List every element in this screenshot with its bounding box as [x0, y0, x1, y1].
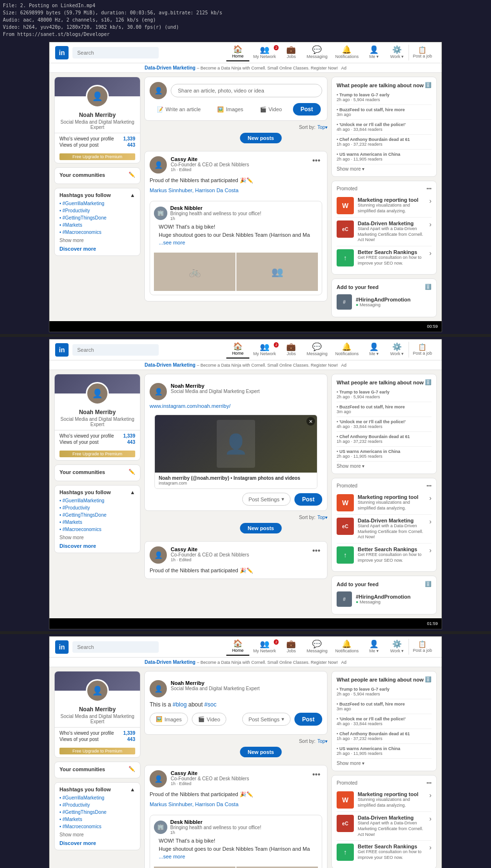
hashtag-item-2c[interactable]: • #GettingThingsDone — [59, 511, 135, 519]
nav-work-2[interactable]: ⚙️ Work ▾ — [386, 341, 409, 358]
post-more-button-3[interactable]: ••• — [310, 770, 322, 779]
hashtag-item[interactable]: • #GettingThingsDone — [59, 214, 135, 221]
trending-item-2b[interactable]: • BuzzFeed to cut staff, hire more 3m ag… — [337, 402, 432, 417]
search-input-3[interactable] — [72, 641, 159, 653]
profile-name[interactable]: Noah Merriby — [55, 111, 140, 119]
nav-notifications[interactable]: 🔔 Notifications — [331, 44, 362, 61]
nav-work-3[interactable]: ⚙️ Work ▾ — [386, 638, 409, 655]
hashtag-item-2b[interactable]: • #Productivity — [59, 504, 135, 511]
sort-chevron[interactable]: ▾ — [325, 125, 327, 130]
trending-item-3a[interactable]: • Trump to leave G-7 early 2h ago · 5,90… — [337, 684, 432, 699]
hashtags-expand-icon-2[interactable]: ▲ — [130, 489, 135, 495]
hashtag-item-2e[interactable]: • #Macroeconomics — [59, 526, 135, 533]
nav-messaging[interactable]: 💬 Messaging — [303, 44, 331, 61]
sort-chevron-2[interactable]: ▾ — [325, 515, 327, 520]
ad-link[interactable]: Data-Driven Marketing – Become a Data Ni… — [145, 65, 339, 70]
trending-item-3d[interactable]: • Chef Anthony Bourdain dead at 61 1h ag… — [337, 729, 432, 744]
show-more-2[interactable]: Show more — [59, 535, 135, 540]
profile-name-3[interactable]: Noah Merriby — [55, 705, 140, 714]
post-button-3[interactable]: Post — [294, 713, 322, 726]
nav-post-job-2[interactable]: 📋 Post a job — [409, 342, 436, 358]
nav-home-3[interactable]: 🏠 Home — [226, 638, 249, 656]
post-more-button[interactable]: ••• — [310, 156, 322, 165]
nav-jobs-2[interactable]: 💼 Jobs — [280, 341, 303, 358]
nav-work[interactable]: ⚙️ Work ▾ — [386, 44, 409, 61]
profile-name-2[interactable]: Noah Merriby — [55, 408, 140, 417]
edit-icon-2[interactable]: ✏️ — [129, 469, 135, 475]
premium-badge[interactable]: Free Upgrade to Premium — [59, 153, 135, 160]
video-button[interactable]: 🎬 Video — [254, 103, 288, 116]
hashtag-item-3a[interactable]: • #GuerrillaMarketing — [59, 794, 135, 801]
promoted-more-icon-3[interactable]: ••• — [426, 780, 432, 786]
post-more-button-2[interactable]: ••• — [310, 546, 322, 555]
nav-jobs-3[interactable]: 💼 Jobs — [280, 638, 303, 655]
nav-network-3[interactable]: 👥 My Network 2 — [249, 638, 280, 655]
see-more-link-3[interactable]: ...see more — [159, 854, 185, 859]
post-button[interactable]: Post — [293, 103, 321, 116]
new-posts-banner-2[interactable]: New posts — [240, 523, 281, 533]
see-more-link[interactable]: ...see more — [159, 240, 185, 245]
nav-home[interactable]: 🏠 Home — [226, 44, 249, 61]
trending-item-5[interactable]: • US warns Americans in China 2h ago · 1… — [337, 150, 432, 164]
post-author-name-3[interactable]: Cassy Aite — [171, 770, 306, 776]
edit-icon[interactable]: ✏️ — [129, 172, 135, 178]
hashtag-item-2a[interactable]: • #GuerrillaMarketing — [59, 497, 135, 504]
trending-item-2a[interactable]: • Trump to leave G-7 early 2h ago · 5,90… — [337, 387, 432, 402]
post-settings-button-2[interactable]: Post Settings ▾ — [242, 493, 291, 506]
nav-me-3[interactable]: 👤 Me ▾ — [362, 638, 386, 655]
premium-badge-2[interactable]: Free Upgrade to Premium — [59, 451, 135, 457]
hashtag-item[interactable]: • #Markets — [59, 221, 135, 229]
edit-icon-3[interactable]: ✏️ — [129, 766, 135, 772]
trending-item-4[interactable]: • Chef Anthony Bourdain dead at 61 1h ag… — [337, 135, 432, 150]
feed-tag-name[interactable]: #HiringAndPromotion — [356, 297, 410, 302]
post-author-name[interactable]: Cassy Aite — [171, 156, 306, 162]
nav-me[interactable]: 👤 Me ▾ — [362, 44, 386, 61]
trending-item-3c[interactable]: • 'Unlock me or I'll call the police!' 4… — [337, 714, 432, 729]
nav-notifications-2[interactable]: 🔔 Notifications — [331, 341, 362, 358]
trending-item-2[interactable]: • BuzzFeed to cut staff, hire more 3m ag… — [337, 105, 432, 120]
hashtag-item-3e[interactable]: • #Macroeconomics — [59, 823, 135, 830]
hashtag-item[interactable]: • #Macroeconomics — [59, 229, 135, 236]
post-settings-button-3[interactable]: Post Settings ▾ — [242, 713, 291, 726]
promo-item-3[interactable]: ↑ Better Search Rankings Get FREE consul… — [337, 246, 432, 269]
new-posts-banner[interactable]: New posts — [240, 133, 281, 143]
promo-item-2b[interactable]: eC Data-Driven Marketing Stand Apart wit… — [337, 515, 432, 544]
promo-item-2c[interactable]: ↑ Better Search Rankings Get FREE consul… — [337, 544, 432, 567]
nav-network-2[interactable]: 👥 My Network 2 — [249, 341, 280, 358]
hashtag-item-3d[interactable]: • #Markets — [59, 816, 135, 823]
trending-item-3[interactable]: • 'Unlock me or I'll call the police!' 4… — [337, 120, 432, 135]
feed-tag-name-2[interactable]: #HiringAndPromotion — [356, 594, 410, 600]
show-more-trending[interactable]: Show more ▾ — [337, 166, 432, 172]
nav-network[interactable]: 👥 My Network 2 — [249, 44, 280, 61]
hashtags-expand-icon[interactable]: ▲ — [130, 192, 135, 198]
trending-item-1[interactable]: • Trump to leave G-7 early 2h ago · 5,90… — [337, 90, 432, 105]
trending-item-2e[interactable]: • US warns Americans in China 2h ago · 1… — [337, 447, 432, 462]
nav-home-2[interactable]: 🏠 Home — [226, 341, 249, 359]
ad-link-3[interactable]: Data-Driven Marketing – Become a Data Ni… — [145, 660, 339, 665]
nav-me-2[interactable]: 👤 Me ▾ — [362, 341, 386, 358]
promo-item-2[interactable]: eC Data-Driven Marketing Stand Apart wit… — [337, 218, 432, 246]
promo-item-1[interactable]: W Marketing reporting tool Stunning visu… — [337, 194, 432, 218]
show-more-3[interactable]: Show more — [59, 832, 135, 837]
show-more-hashtags[interactable]: Show more — [59, 238, 135, 243]
premium-badge-3[interactable]: Free Upgrade to Premium — [59, 748, 135, 754]
nested-author[interactable]: Desk Nibbler — [170, 205, 261, 211]
promoted-more-icon-2[interactable]: ••• — [426, 483, 432, 488]
composer-input[interactable]: Share an article, photo, video or idea — [171, 84, 322, 97]
nav-notifications-3[interactable]: 🔔 Notifications — [331, 638, 362, 655]
hashtag-item[interactable]: • #Productivity — [59, 207, 135, 214]
promo-item-2a[interactable]: W Marketing reporting tool Stunning visu… — [337, 491, 432, 515]
trending-item-2d[interactable]: • Chef Anthony Bourdain dead at 61 1h ag… — [337, 432, 432, 447]
nav-post-job[interactable]: 📋 Post a job — [409, 45, 436, 60]
sort-chevron-3[interactable]: ▾ — [325, 739, 327, 744]
discover-more-2[interactable]: Discover more — [59, 543, 135, 549]
images-button-3[interactable]: 🖼️ Images — [150, 713, 188, 726]
url-input-area[interactable]: www.instagram.com/noah.merriby/ — [150, 400, 322, 412]
promo-item-3b[interactable]: eC Data-Driven Marketing Stand Apart wit… — [337, 812, 432, 841]
nav-post-job-3[interactable]: 📋 Post a job — [409, 639, 436, 655]
discover-more-3[interactable]: Discover more — [59, 840, 135, 846]
ad-link-2[interactable]: Data-Driven Marketing – Become a Data Ni… — [145, 362, 339, 368]
sort-option-2[interactable]: Top — [317, 515, 325, 520]
nav-messaging-3[interactable]: 💬 Messaging — [303, 638, 331, 655]
mention-link[interactable]: Markus Sinnhuber, Harrison Da Costa — [150, 187, 238, 193]
